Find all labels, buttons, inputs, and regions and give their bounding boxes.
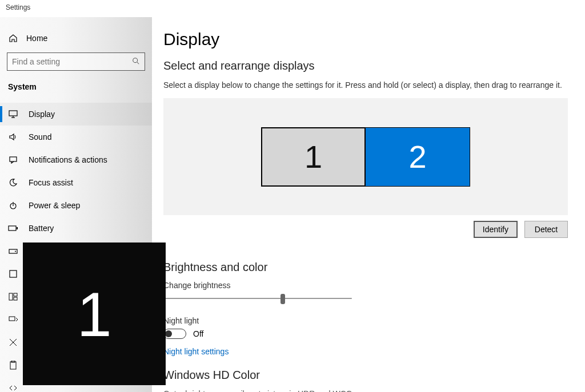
sidebar-item-label: Focus assist xyxy=(29,178,73,187)
sidebar-item-battery[interactable]: Battery xyxy=(0,217,152,240)
sidebar-item-label: Notifications & actions xyxy=(29,155,107,164)
sound-icon xyxy=(8,132,18,142)
svg-rect-8 xyxy=(9,226,16,231)
sidebar-item-label: Sound xyxy=(29,132,51,142)
window-title: Settings xyxy=(0,0,585,17)
toggle-knob xyxy=(165,330,172,337)
sidebar-item-label: Display xyxy=(29,110,55,119)
sidebar-category-label: System xyxy=(0,78,152,97)
search-container xyxy=(7,52,145,71)
brightness-heading: Brightness and color xyxy=(163,261,568,274)
main-content: Display Select and rearrange displays Se… xyxy=(152,17,585,392)
search-box[interactable] xyxy=(7,52,145,71)
clipboard-icon xyxy=(8,360,18,370)
tablet-icon xyxy=(8,269,18,279)
svg-rect-15 xyxy=(14,297,17,300)
svg-rect-12 xyxy=(10,270,17,277)
svg-point-0 xyxy=(133,58,138,62)
page-title: Display xyxy=(163,30,568,49)
night-light-settings-link[interactable]: Night light settings xyxy=(163,347,229,356)
night-light-label: Night light xyxy=(163,316,568,325)
sidebar-item-label: Battery xyxy=(29,224,54,233)
battery-icon xyxy=(8,223,18,233)
sidebar-item-power-sleep[interactable]: Power & sleep xyxy=(0,194,152,217)
monitor-2[interactable]: 2 xyxy=(366,127,470,187)
search-input[interactable] xyxy=(12,57,132,66)
sidebar-item-label: Power & sleep xyxy=(29,201,80,210)
focus-assist-icon xyxy=(8,177,18,188)
rearrange-description: Select a display below to change the set… xyxy=(163,79,568,91)
monitor-1[interactable]: 1 xyxy=(261,127,366,187)
night-light-state: Off xyxy=(193,329,203,338)
remote-icon xyxy=(8,383,18,392)
notifications-icon xyxy=(8,155,18,165)
night-light-toggle[interactable] xyxy=(163,329,186,339)
brightness-slider-label: Change brightness xyxy=(163,281,568,290)
sidebar-home-label: Home xyxy=(26,34,47,43)
svg-point-11 xyxy=(15,251,16,252)
brightness-slider-thumb[interactable] xyxy=(281,294,285,304)
brightness-slider[interactable] xyxy=(163,293,352,304)
shared-icon xyxy=(8,337,18,347)
hd-color-heading: Windows HD Color xyxy=(163,369,568,382)
svg-line-1 xyxy=(137,62,139,64)
svg-rect-5 xyxy=(10,157,17,161)
svg-rect-19 xyxy=(10,362,16,369)
sidebar-item-display[interactable]: Display xyxy=(0,103,152,126)
display-arrangement-area[interactable]: 1 2 xyxy=(163,98,568,215)
monitor-group: 1 2 xyxy=(261,127,470,187)
multitasking-icon xyxy=(8,292,18,302)
storage-icon xyxy=(8,246,18,256)
hd-color-description: Get a brighter, more vibrant picture in … xyxy=(163,389,375,392)
detect-button[interactable]: Detect xyxy=(524,221,568,238)
svg-rect-14 xyxy=(14,293,17,296)
rearrange-heading: Select and rearrange displays xyxy=(163,59,568,72)
sidebar-item-sound[interactable]: Sound xyxy=(0,126,152,148)
projecting-icon xyxy=(8,314,18,325)
identify-button[interactable]: Identify xyxy=(474,221,518,238)
svg-rect-2 xyxy=(9,111,17,116)
power-icon xyxy=(8,200,18,211)
sidebar-item-focus-assist[interactable]: Focus assist xyxy=(0,171,152,194)
display-icon xyxy=(8,109,18,119)
svg-rect-9 xyxy=(17,227,18,229)
svg-rect-13 xyxy=(9,293,13,300)
identify-overlay: 1 xyxy=(23,243,166,385)
sidebar-home[interactable]: Home xyxy=(0,29,152,51)
search-icon xyxy=(132,57,140,67)
svg-rect-16 xyxy=(9,317,15,321)
home-icon xyxy=(8,33,18,43)
sidebar-item-notifications[interactable]: Notifications & actions xyxy=(0,148,152,171)
detect-button-row: Identify Detect xyxy=(163,221,568,238)
